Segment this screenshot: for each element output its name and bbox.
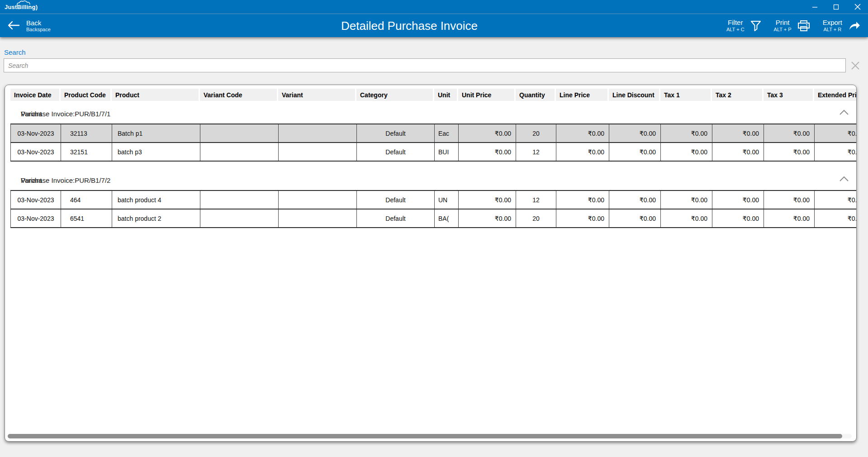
- clear-x-icon: [850, 60, 861, 71]
- cell-unit: BA(: [435, 209, 459, 227]
- column-header-line-discount: Line Discount: [609, 89, 660, 101]
- table-row[interactable]: 03-Nov-2023 32113 Batch p1 Default Eac ₹…: [10, 124, 856, 143]
- export-button[interactable]: Export ALT + R: [823, 19, 861, 33]
- cell-quantity: 20: [516, 209, 556, 227]
- table-row[interactable]: 03-Nov-2023 32151 batch p3 Default BUI ₹…: [10, 143, 856, 162]
- export-icon: [848, 20, 861, 31]
- app-logo-paren: ): [36, 4, 38, 10]
- cell-product-code: 464: [61, 191, 112, 209]
- search-clear-button[interactable]: [850, 60, 861, 71]
- cell-tax3: ₹0.00: [764, 209, 815, 227]
- back-arrow-icon: [7, 20, 20, 30]
- command-bar: Back Backspace Detailed Purchase Invoice…: [0, 14, 868, 37]
- cell-unit: UN: [435, 191, 459, 209]
- invoice-table-card: Invoice Date Product Code Product Varian…: [5, 85, 857, 442]
- cell-tax1: ₹0.00: [661, 209, 712, 227]
- filter-icon: [750, 20, 761, 32]
- collapse-group-button[interactable]: [839, 176, 849, 184]
- cell-unit-price: ₹0.00: [459, 191, 516, 209]
- column-header-product-code: Product Code: [61, 89, 112, 101]
- cell-line-discount: ₹0.00: [609, 143, 661, 161]
- cell-tax2: ₹0.00: [712, 191, 764, 209]
- cell-invoice-date: 03-Nov-2023: [11, 143, 61, 161]
- cell-variant-code: [200, 191, 279, 209]
- print-button[interactable]: Print ALT + P: [774, 19, 810, 33]
- cell-unit: Eac: [435, 124, 459, 142]
- cell-extended-price: ₹0.00: [815, 124, 856, 142]
- close-button[interactable]: [847, 0, 868, 14]
- cell-variant-code: [200, 124, 279, 142]
- filter-button[interactable]: Filter ALT + C: [726, 19, 761, 33]
- cell-extended-price: ₹0.00: [815, 209, 856, 227]
- column-header-unit: Unit: [434, 89, 458, 101]
- column-header-tax2: Tax 2: [712, 89, 764, 101]
- group-rows: 03-Nov-2023 32113 Batch p1 Default Eac ₹…: [10, 124, 856, 162]
- cell-line-discount: ₹0.00: [609, 191, 661, 209]
- cell-extended-price: ₹0.00: [815, 143, 856, 161]
- invoice-group-2: Variant Purchase Invoice:PUR/B1/7/2 03-N…: [10, 173, 856, 228]
- page-content: Search Invoice Date Product Code Product…: [0, 48, 868, 442]
- cell-invoice-date: 03-Nov-2023: [11, 191, 61, 209]
- column-header-category: Category: [356, 89, 434, 101]
- cell-tax1: ₹0.00: [661, 143, 712, 161]
- cell-tax1: ₹0.00: [661, 191, 712, 209]
- print-label: Print: [776, 19, 790, 27]
- back-shortcut: Backspace: [26, 27, 51, 33]
- app-logo: JustBilling): [5, 4, 38, 10]
- cell-product-code: 32113: [61, 124, 112, 142]
- cell-category: Default: [357, 191, 435, 209]
- export-shortcut: ALT + R: [824, 27, 842, 33]
- scrollbar-thumb[interactable]: [8, 434, 842, 438]
- group-header-band: Variant Purchase Invoice:PUR/B1/7/1: [10, 107, 856, 124]
- table-viewport: Invoice Date Product Code Product Varian…: [10, 89, 856, 424]
- search-label: Search: [4, 48, 864, 56]
- cell-line-price: ₹0.00: [556, 209, 609, 227]
- cell-line-discount: ₹0.00: [609, 124, 661, 142]
- back-button[interactable]: Back Backspace: [0, 19, 51, 33]
- filter-labels: Filter ALT + C: [726, 19, 745, 33]
- title-bar: JustBilling): [0, 0, 868, 14]
- cell-variant: [279, 191, 357, 209]
- invoice-group-1: Variant Purchase Invoice:PUR/B1/7/1 03-N…: [10, 107, 856, 162]
- printer-icon: [797, 20, 810, 32]
- table-row[interactable]: 03-Nov-2023 464 batch product 4 Default …: [10, 191, 856, 209]
- window-controls: [804, 0, 868, 14]
- print-shortcut: ALT + P: [774, 27, 792, 33]
- column-header-extended-price: Extended Price: [814, 89, 856, 101]
- cell-product-code: 6541: [61, 209, 112, 227]
- column-header-invoice-date: Invoice Date: [10, 89, 61, 101]
- collapse-group-button[interactable]: [839, 109, 849, 117]
- cell-line-price: ₹0.00: [556, 191, 609, 209]
- cell-invoice-date: 03-Nov-2023: [11, 209, 61, 227]
- cell-product: batch product 4: [112, 191, 200, 209]
- horizontal-scrollbar[interactable]: [8, 434, 852, 438]
- column-header-quantity: Quantity: [516, 89, 556, 101]
- cell-line-price: ₹0.00: [556, 124, 609, 142]
- print-labels: Print ALT + P: [774, 19, 792, 33]
- table-row[interactable]: 03-Nov-2023 6541 batch product 2 Default…: [10, 209, 856, 228]
- cell-category: Default: [357, 124, 435, 142]
- cell-tax3: ₹0.00: [764, 124, 815, 142]
- column-header-unit-price: Unit Price: [458, 89, 516, 101]
- cell-unit-price: ₹0.00: [459, 124, 516, 142]
- search-input[interactable]: [4, 58, 846, 72]
- cell-tax2: ₹0.00: [712, 209, 764, 227]
- cell-unit-price: ₹0.00: [459, 143, 516, 161]
- cell-variant: [279, 143, 357, 161]
- cell-tax3: ₹0.00: [764, 191, 815, 209]
- minimize-button[interactable]: [804, 0, 825, 14]
- command-actions: Filter ALT + C Print ALT + P Export ALT: [726, 19, 868, 33]
- cell-unit-price: ₹0.00: [459, 209, 516, 227]
- cell-invoice-date: 03-Nov-2023: [11, 124, 61, 142]
- cell-line-price: ₹0.00: [556, 143, 609, 161]
- cell-quantity: 12: [516, 191, 556, 209]
- search-row: [4, 58, 864, 72]
- page-title: Detailed Purchase Invoice: [341, 19, 478, 33]
- chevron-up-icon: [839, 109, 849, 115]
- cell-tax1: ₹0.00: [661, 124, 712, 142]
- group-header-band: Variant Purchase Invoice:PUR/B1/7/2: [10, 173, 856, 190]
- maximize-button[interactable]: [825, 0, 847, 14]
- group-rows: 03-Nov-2023 464 batch product 4 Default …: [10, 190, 856, 228]
- export-labels: Export ALT + R: [823, 19, 842, 33]
- filter-label: Filter: [728, 19, 743, 27]
